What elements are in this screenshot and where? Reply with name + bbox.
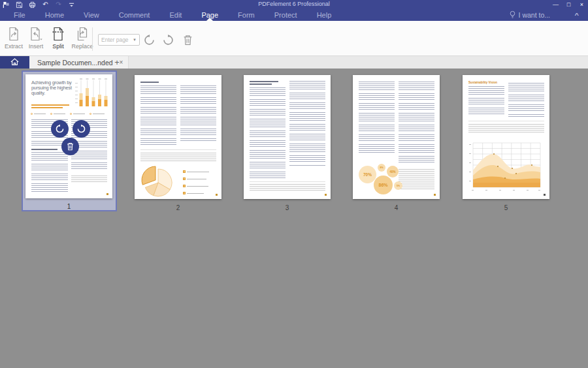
lightbulb-icon — [509, 10, 516, 20]
page-thumbnail-2[interactable] — [135, 75, 221, 199]
replace-label: Replace — [71, 43, 93, 50]
close-button[interactable]: × — [578, 1, 585, 8]
menu-protect[interactable]: Protect — [265, 9, 307, 21]
replace-button[interactable]: Replace — [69, 23, 95, 54]
page-thumbnail-4[interactable]: 70% 8% 40% 86% 5% — [353, 75, 440, 199]
page-3-number: 3 — [244, 204, 331, 211]
page-5-number: 5 — [463, 204, 549, 211]
app-header: ↶ ↷ PDFelement 6 Professional — □ × File… — [0, 0, 588, 21]
document-tab-bar: Sample Documen...nded × + — [0, 56, 588, 69]
replace-icon — [76, 26, 89, 42]
page-4-number: 4 — [353, 204, 440, 211]
menu-page[interactable]: Page — [191, 9, 228, 21]
thumbnail-rotate-right-button[interactable] — [73, 120, 90, 138]
i-want-to-label: I want to... — [519, 11, 550, 19]
page-thumbnails-canvas: Achieving growth by pursuing the highest… — [0, 69, 588, 368]
insert-icon — [29, 26, 43, 42]
page-5-area-chart — [469, 138, 543, 196]
ribbon-separator — [92, 27, 93, 51]
page-2-number: 2 — [135, 204, 221, 211]
split-button[interactable]: Split — [47, 23, 69, 54]
page-2-pie-chart — [140, 164, 176, 199]
page-1[interactable]: Achieving growth by pursuing the highest… — [25, 74, 112, 198]
page-thumbnail-3[interactable] — [244, 75, 331, 199]
extract-button[interactable]: Extract — [3, 23, 25, 54]
window-title: PDFelement 6 Professional — [0, 1, 588, 7]
page-range-dropdown-icon[interactable]: ▾ — [130, 37, 139, 42]
home-tab-button[interactable] — [0, 56, 29, 69]
rotate-left-icon[interactable] — [142, 33, 155, 46]
pdfelement-window: ↶ ↷ PDFelement 6 Professional — □ × File… — [0, 0, 588, 368]
thumbnail-rotate-left-button[interactable] — [51, 120, 69, 138]
insert-button[interactable]: Insert — [25, 23, 47, 54]
page-1-bar-chart — [75, 78, 108, 113]
page-thumbnail-1-selected[interactable]: Achieving growth by pursuing the highest… — [22, 70, 117, 211]
page-1-title: Achieving growth by pursuing the highest… — [31, 80, 74, 96]
page-range-input[interactable] — [99, 37, 130, 43]
page-thumbnail-5[interactable]: Sustainability Vision — [463, 75, 549, 199]
page-range-combobox[interactable]: ▾ — [98, 34, 140, 46]
page-tools-group: Extract Insert Split Replace — [3, 23, 95, 54]
menu-bar: File Home View Comment Edit Page Form Pr… — [4, 9, 341, 21]
new-tab-icon[interactable]: + — [111, 56, 123, 69]
delete-page-icon[interactable] — [181, 33, 194, 46]
i-want-to-button[interactable]: I want to... — [509, 9, 550, 21]
page-ribbon: Extract Insert Split Replace — [0, 21, 588, 56]
rotate-right-icon[interactable] — [161, 33, 174, 46]
thumbnail-delete-button[interactable] — [61, 138, 79, 155]
title-bar: ↶ ↷ PDFelement 6 Professional — □ × — [0, 0, 588, 9]
menu-edit[interactable]: Edit — [159, 9, 191, 21]
menu-home[interactable]: Home — [35, 9, 74, 21]
menu-help[interactable]: Help — [307, 9, 342, 21]
menu-view[interactable]: View — [74, 9, 109, 21]
extract-icon — [7, 26, 20, 42]
window-controls: — □ × — [552, 0, 585, 8]
menu-form[interactable]: Form — [228, 9, 265, 21]
menu-comment[interactable]: Comment — [109, 9, 160, 21]
extract-label: Extract — [5, 43, 23, 50]
menu-file[interactable]: File — [4, 9, 35, 21]
minimize-button[interactable]: — — [552, 1, 559, 8]
collapse-ribbon-icon[interactable]: ^ — [575, 10, 579, 20]
page-5-heading: Sustainability Vision — [468, 81, 497, 84]
document-tab-label: Sample Documen...nded — [37, 59, 113, 67]
page-1-number: 1 — [25, 203, 112, 210]
split-label: Split — [52, 43, 64, 50]
home-icon — [10, 57, 20, 69]
insert-label: Insert — [29, 43, 44, 50]
split-icon — [52, 26, 65, 42]
maximize-button[interactable]: □ — [565, 1, 572, 8]
